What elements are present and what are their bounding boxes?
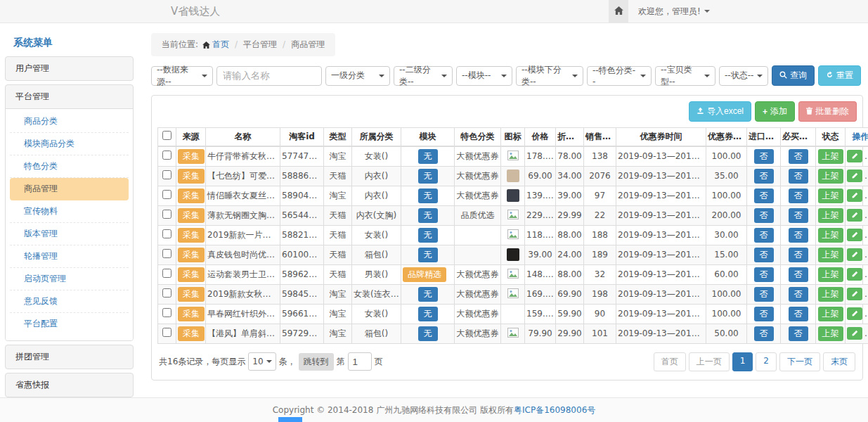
status-badge[interactable]: 上架: [818, 307, 843, 321]
icp-link[interactable]: 粤ICP备16098006号: [514, 404, 595, 416]
source-badge[interactable]: 采集: [178, 188, 205, 203]
status-badge[interactable]: 上架: [818, 287, 843, 302]
add-button[interactable]: + 添加: [755, 101, 795, 122]
filter-select-5[interactable]: --模块下分类--: [516, 66, 583, 86]
module-badge[interactable]: 无: [418, 149, 438, 164]
edit-button[interactable]: [847, 150, 862, 162]
status-badge[interactable]: 上架: [818, 149, 843, 164]
source-badge[interactable]: 采集: [178, 208, 205, 223]
filter-select-2[interactable]: 一级分类: [325, 66, 390, 86]
must-buy-toggle[interactable]: 否: [789, 326, 808, 341]
status-badge[interactable]: 上架: [818, 267, 843, 282]
must-buy-toggle[interactable]: 否: [789, 208, 808, 223]
status-badge[interactable]: 上架: [818, 248, 843, 262]
source-badge[interactable]: 采集: [178, 307, 205, 321]
must-buy-toggle[interactable]: 否: [789, 248, 808, 262]
sidebar-item-平台管理[interactable]: 平台管理: [6, 85, 133, 108]
import-select-toggle[interactable]: 否: [754, 267, 774, 282]
edit-button[interactable]: [847, 229, 862, 241]
sidebar-subitem-平台配置[interactable]: 平台配置: [10, 313, 129, 335]
edit-button[interactable]: [847, 268, 862, 281]
edit-button[interactable]: [847, 209, 862, 222]
sidebar-item-用户管理[interactable]: 用户管理: [6, 57, 133, 80]
page-number-input[interactable]: [348, 352, 372, 371]
jump-to-button[interactable]: 跳转到: [299, 353, 334, 371]
page-button-上一页[interactable]: 上一页: [689, 352, 730, 371]
page-button-下一页[interactable]: 下一页: [779, 352, 820, 371]
row-checkbox[interactable]: [162, 328, 171, 337]
sidebar-subitem-特色分类[interactable]: 特色分类: [10, 155, 129, 178]
must-buy-toggle[interactable]: 否: [789, 267, 808, 282]
module-badge[interactable]: 无: [418, 307, 438, 321]
per-page-select[interactable]: 10: [248, 352, 276, 371]
sidebar-subitem-宣传物料[interactable]: 宣传物料: [10, 200, 129, 223]
status-badge[interactable]: 上架: [818, 169, 843, 184]
edit-button[interactable]: [847, 288, 862, 300]
must-buy-toggle[interactable]: 否: [789, 307, 808, 321]
status-badge[interactable]: 上架: [818, 208, 843, 223]
module-badge[interactable]: 无: [418, 228, 438, 243]
import-select-toggle[interactable]: 否: [754, 307, 774, 321]
source-badge[interactable]: 采集: [178, 287, 205, 302]
module-badge[interactable]: 品牌精选: [403, 267, 446, 282]
row-checkbox[interactable]: [162, 190, 171, 199]
sidebar-subitem-商品分类[interactable]: 商品分类: [10, 110, 129, 133]
status-badge[interactable]: 上架: [818, 188, 843, 203]
module-badge[interactable]: 无: [418, 188, 438, 203]
filter-select-4[interactable]: --模块--: [456, 66, 512, 86]
row-checkbox[interactable]: [162, 269, 171, 278]
filter-select-8[interactable]: --状态--: [719, 66, 768, 86]
source-badge[interactable]: 采集: [178, 248, 205, 262]
page-button-末页[interactable]: 末页: [823, 352, 855, 371]
module-badge[interactable]: 无: [418, 208, 438, 223]
row-checkbox[interactable]: [162, 229, 171, 238]
filter-select-3[interactable]: --二级分类--: [394, 66, 453, 86]
source-badge[interactable]: 采集: [178, 169, 205, 184]
row-checkbox[interactable]: [162, 249, 171, 258]
sidebar-subitem-意见反馈[interactable]: 意见反馈: [10, 290, 129, 313]
batch-delete-button[interactable]: 批量删除: [798, 101, 857, 122]
import-select-toggle[interactable]: 否: [754, 149, 774, 164]
breadcrumb-home-link[interactable]: 首页: [212, 39, 229, 51]
sidebar-subitem-轮播管理[interactable]: 轮播管理: [10, 245, 129, 268]
sidebar-item-省惠快报[interactable]: 省惠快报: [6, 373, 133, 397]
sidebar-item-拼团管理[interactable]: 拼团管理: [6, 345, 133, 369]
source-badge[interactable]: 采集: [178, 228, 205, 243]
user-menu[interactable]: 欢迎您，管理员!: [628, 0, 720, 23]
product-name-input[interactable]: [216, 66, 322, 86]
page-button-首页[interactable]: 首页: [654, 352, 686, 371]
source-badge[interactable]: 采集: [178, 149, 205, 164]
filter-select-1[interactable]: --数据来源--: [151, 66, 213, 86]
import-select-toggle[interactable]: 否: [754, 169, 774, 184]
status-badge[interactable]: 上架: [818, 326, 843, 341]
row-checkbox[interactable]: [162, 210, 171, 219]
page-button-2[interactable]: 2: [756, 352, 777, 371]
module-badge[interactable]: 无: [418, 287, 438, 302]
must-buy-toggle[interactable]: 否: [789, 149, 808, 164]
import-select-toggle[interactable]: 否: [754, 287, 774, 302]
select-all-checkbox[interactable]: [162, 131, 171, 140]
sidebar-subitem-启动页管理[interactable]: 启动页管理: [10, 268, 129, 290]
module-badge[interactable]: 无: [418, 169, 438, 184]
import-select-toggle[interactable]: 否: [754, 248, 774, 262]
edit-button[interactable]: [847, 248, 862, 261]
import-select-toggle[interactable]: 否: [754, 208, 774, 223]
breadcrumb-item[interactable]: 商品管理: [291, 39, 325, 49]
edit-button[interactable]: [847, 307, 862, 320]
import-select-toggle[interactable]: 否: [754, 188, 774, 203]
filter-select-7[interactable]: --宝贝类型--: [655, 66, 715, 86]
must-buy-toggle[interactable]: 否: [789, 287, 808, 302]
status-badge[interactable]: 上架: [818, 228, 843, 243]
import-excel-button[interactable]: 导入excel: [689, 101, 751, 122]
edit-button[interactable]: [847, 170, 862, 182]
import-select-toggle[interactable]: 否: [754, 326, 774, 341]
filter-select-6[interactable]: --特色分类--: [587, 66, 652, 86]
must-buy-toggle[interactable]: 否: [789, 188, 808, 203]
source-badge[interactable]: 采集: [178, 267, 205, 282]
source-badge[interactable]: 采集: [178, 326, 205, 341]
must-buy-toggle[interactable]: 否: [789, 228, 808, 243]
row-checkbox[interactable]: [162, 170, 171, 179]
module-badge[interactable]: 无: [418, 248, 438, 262]
sidebar-subitem-商品管理[interactable]: 商品管理: [10, 178, 129, 200]
home-button[interactable]: [609, 0, 628, 23]
